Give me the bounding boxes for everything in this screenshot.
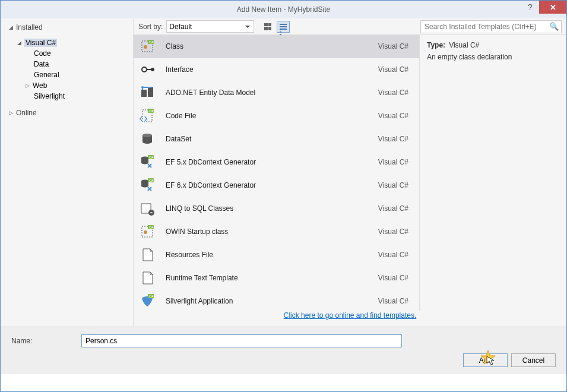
template-name: Interface bbox=[166, 65, 378, 74]
template-icon bbox=[140, 247, 155, 263]
template-name: ADO.NET Entity Data Model bbox=[166, 88, 378, 97]
template-area: ClassVisual C#InterfaceVisual C#ADO.NET … bbox=[134, 35, 566, 311]
bottom-bar: Name: Add Cancel bbox=[1, 327, 566, 374]
template-icon bbox=[140, 108, 155, 124]
chevron-down-icon: ◢ bbox=[9, 24, 15, 30]
center-pane: Sort by: Default 🔍 ClassVisual C#Interfa… bbox=[134, 18, 566, 327]
template-toolbar: Sort by: Default 🔍 bbox=[134, 18, 566, 35]
name-label: Name: bbox=[11, 337, 81, 345]
chevron-down-icon: ◢ bbox=[17, 40, 23, 46]
template-lang: Visual C# bbox=[378, 65, 408, 74]
titlebar: Add New Item - MyHybridSite ? ✕ bbox=[1, 1, 566, 18]
detail-desc: An empty class declaration bbox=[427, 53, 559, 61]
template-lang: Visual C# bbox=[378, 274, 408, 282]
template-icon bbox=[140, 154, 155, 170]
template-item[interactable]: DataSetVisual C# bbox=[134, 128, 419, 151]
template-list[interactable]: ClassVisual C#InterfaceVisual C#ADO.NET … bbox=[134, 35, 419, 311]
tree-item-csharp[interactable]: ◢Visual C# bbox=[1, 37, 133, 48]
template-name: Silverlight Application bbox=[166, 297, 378, 305]
sort-dropdown[interactable]: Default bbox=[166, 20, 254, 33]
template-name: EF 5.x DbContext Generator bbox=[166, 158, 378, 166]
template-item[interactable]: EF 5.x DbContext GeneratorVisual C# bbox=[134, 151, 419, 174]
template-name: Class bbox=[166, 42, 378, 50]
tree-item-web[interactable]: ▷Web bbox=[1, 80, 133, 91]
template-lang: Visual C# bbox=[378, 181, 408, 189]
template-lang: Visual C# bbox=[378, 112, 408, 120]
search-input[interactable] bbox=[421, 23, 547, 31]
name-input[interactable] bbox=[81, 334, 402, 347]
template-name: Code File bbox=[166, 112, 378, 120]
template-item[interactable]: InterfaceVisual C# bbox=[134, 58, 419, 81]
cancel-button[interactable]: Cancel bbox=[511, 353, 556, 367]
template-icon bbox=[140, 201, 155, 216]
online-link[interactable]: Click here to go online and find templat… bbox=[284, 311, 416, 320]
template-lang: Visual C# bbox=[378, 135, 408, 143]
template-item[interactable]: ADO.NET Entity Data ModelVisual C# bbox=[134, 81, 419, 105]
template-lang: Visual C# bbox=[378, 158, 408, 166]
tree-item-silverlight[interactable]: Silverlight bbox=[1, 91, 133, 102]
tree-item-general[interactable]: General bbox=[1, 69, 133, 80]
tree-item-code[interactable]: Code bbox=[1, 48, 133, 59]
list-view-button[interactable] bbox=[277, 21, 290, 33]
template-name: Resources File bbox=[166, 251, 378, 259]
template-icon bbox=[140, 293, 155, 309]
template-icon bbox=[140, 62, 155, 77]
template-name: EF 6.x DbContext Generator bbox=[166, 181, 378, 189]
help-button[interactable]: ? bbox=[521, 1, 539, 14]
template-item[interactable]: Silverlight ApplicationVisual C# bbox=[134, 290, 419, 311]
tree-item-data[interactable]: Data bbox=[1, 59, 133, 69]
template-item[interactable]: LINQ to SQL ClassesVisual C# bbox=[134, 197, 419, 220]
template-icon bbox=[140, 178, 155, 193]
template-lang: Visual C# bbox=[378, 42, 408, 50]
template-icon bbox=[140, 131, 155, 147]
template-lang: Visual C# bbox=[378, 204, 408, 213]
template-lang: Visual C# bbox=[378, 88, 408, 97]
chevron-right-icon: ▷ bbox=[9, 110, 15, 116]
template-item[interactable]: OWIN Startup classVisual C# bbox=[134, 220, 419, 244]
template-lang: Visual C# bbox=[378, 227, 408, 236]
detail-pane: Type:Visual C# An empty class declaratio… bbox=[419, 35, 566, 311]
detail-type: Type:Visual C# bbox=[427, 41, 559, 49]
template-lang: Visual C# bbox=[378, 251, 408, 259]
window-title: Add New Item - MyHybridSite bbox=[1, 5, 566, 14]
online-link-row: Click here to go online and find templat… bbox=[134, 311, 566, 327]
template-icon bbox=[140, 85, 155, 100]
close-button[interactable]: ✕ bbox=[539, 1, 566, 14]
template-name: DataSet bbox=[166, 135, 378, 143]
grid-view-button[interactable] bbox=[261, 21, 274, 33]
template-lang: Visual C# bbox=[378, 297, 408, 305]
name-row: Name: bbox=[11, 334, 556, 347]
tree-item-installed[interactable]: ◢Installed bbox=[1, 22, 133, 33]
list-icon bbox=[280, 24, 287, 30]
template-icon bbox=[140, 224, 155, 239]
template-item[interactable]: EF 6.x DbContext GeneratorVisual C# bbox=[134, 174, 419, 197]
template-icon bbox=[140, 270, 155, 286]
template-item[interactable]: ClassVisual C# bbox=[134, 35, 419, 58]
sort-label: Sort by: bbox=[138, 23, 163, 31]
template-name: LINQ to SQL Classes bbox=[166, 204, 378, 213]
template-icon bbox=[140, 39, 155, 54]
main-area: ◢Installed ◢Visual C# Code Data General … bbox=[1, 18, 566, 327]
search-icon[interactable]: 🔍 bbox=[547, 22, 561, 31]
dialog-buttons: Add Cancel bbox=[463, 353, 556, 367]
grid-icon bbox=[264, 23, 271, 30]
tree-item-online[interactable]: ▷Online bbox=[1, 108, 133, 118]
template-item[interactable]: Code FileVisual C# bbox=[134, 105, 419, 128]
category-tree: ◢Installed ◢Visual C# Code Data General … bbox=[1, 18, 134, 327]
search-box[interactable]: 🔍 bbox=[420, 20, 562, 33]
chevron-right-icon: ▷ bbox=[26, 83, 31, 88]
cursor-icon bbox=[480, 349, 498, 367]
template-name: Runtime Text Template bbox=[166, 274, 378, 282]
template-item[interactable]: Runtime Text TemplateVisual C# bbox=[134, 267, 419, 290]
view-buttons bbox=[261, 21, 290, 33]
window-buttons: ? ✕ bbox=[521, 1, 566, 14]
template-name: OWIN Startup class bbox=[166, 227, 378, 236]
template-item[interactable]: Resources FileVisual C# bbox=[134, 244, 419, 267]
